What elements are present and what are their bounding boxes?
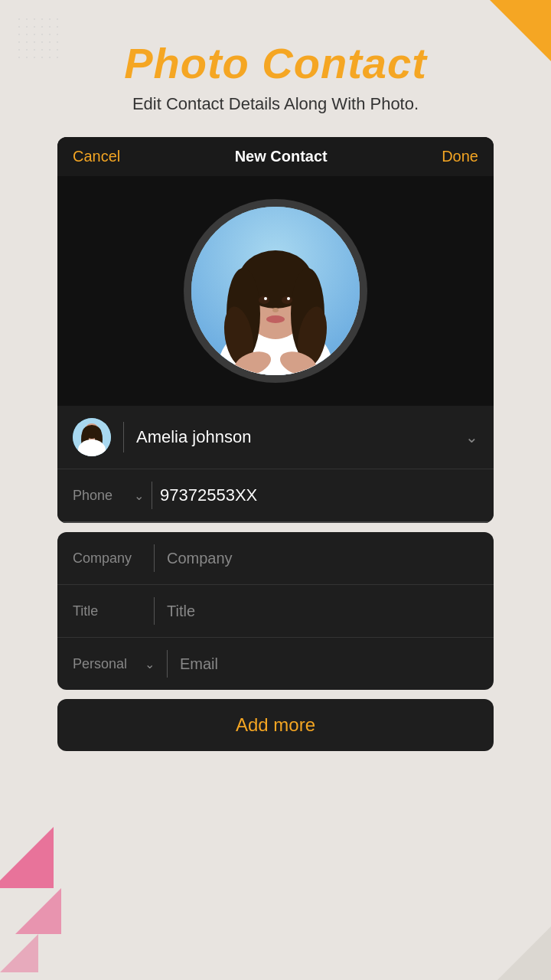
email-row: Personal ⌄ Email [57, 638, 494, 690]
svg-point-10 [259, 296, 269, 304]
email-type-label: Personal [73, 656, 142, 672]
small-avatar [73, 418, 111, 456]
photo-area[interactable] [57, 176, 494, 406]
name-divider [123, 422, 124, 452]
title-row: Title Title [57, 585, 494, 638]
add-more-button[interactable]: Add more [236, 714, 315, 735]
small-avatar-image [73, 418, 111, 456]
contact-header-bar: Cancel New Contact Done [57, 137, 494, 176]
company-divider [154, 544, 155, 572]
svg-point-14 [272, 308, 279, 312]
triangle-pink-3 [0, 934, 38, 972]
photo-circle-outer [184, 199, 367, 383]
email-divider [167, 650, 168, 678]
phone-type-chevron-icon[interactable]: ⌄ [134, 488, 144, 503]
contact-name: Amelia johnson [136, 427, 453, 447]
triangle-bottom-right [497, 926, 551, 980]
triangle-pink-2 [15, 888, 61, 934]
svg-point-12 [264, 297, 267, 300]
header: Photo Contact Edit Contact Details Along… [0, 0, 551, 129]
phone-number-field[interactable]: 97372553XX [160, 485, 478, 505]
app-subtitle: Edit Contact Details Along With Photo. [0, 94, 551, 114]
title-field[interactable]: Title [167, 603, 478, 620]
company-field[interactable]: Company [167, 550, 478, 567]
triangle-pink-1 [0, 827, 54, 888]
phone-label: Phone [73, 488, 126, 504]
phone-row: Phone ⌄ 97372553XX [57, 469, 494, 523]
dots-decoration [15, 15, 61, 61]
email-field[interactable]: Email [180, 655, 478, 673]
svg-point-15 [266, 315, 285, 323]
cancel-button[interactable]: Cancel [73, 148, 120, 165]
title-divider [154, 597, 155, 625]
main-card: Cancel New Contact Done [57, 137, 494, 523]
photo-circle-inner [191, 207, 360, 375]
email-type-group: Personal ⌄ [73, 656, 155, 672]
svg-point-13 [287, 297, 290, 300]
name-chevron-icon[interactable]: ⌄ [465, 428, 478, 446]
second-card: Company Company Title Title Personal ⌄ E… [57, 532, 494, 690]
company-label: Company [73, 550, 142, 567]
triangle-top-right [490, 0, 551, 61]
done-button[interactable]: Done [442, 148, 478, 165]
email-type-chevron-icon[interactable]: ⌄ [145, 657, 155, 671]
contact-photo [191, 207, 360, 375]
name-row: Amelia johnson ⌄ [57, 406, 494, 469]
company-row: Company Company [57, 532, 494, 585]
svg-point-11 [282, 296, 292, 304]
title-label: Title [73, 603, 142, 619]
new-contact-title: New Contact [235, 148, 328, 165]
app-title: Photo Contact [0, 38, 551, 88]
add-more-container: Add more [57, 699, 494, 751]
phone-divider [152, 482, 152, 509]
